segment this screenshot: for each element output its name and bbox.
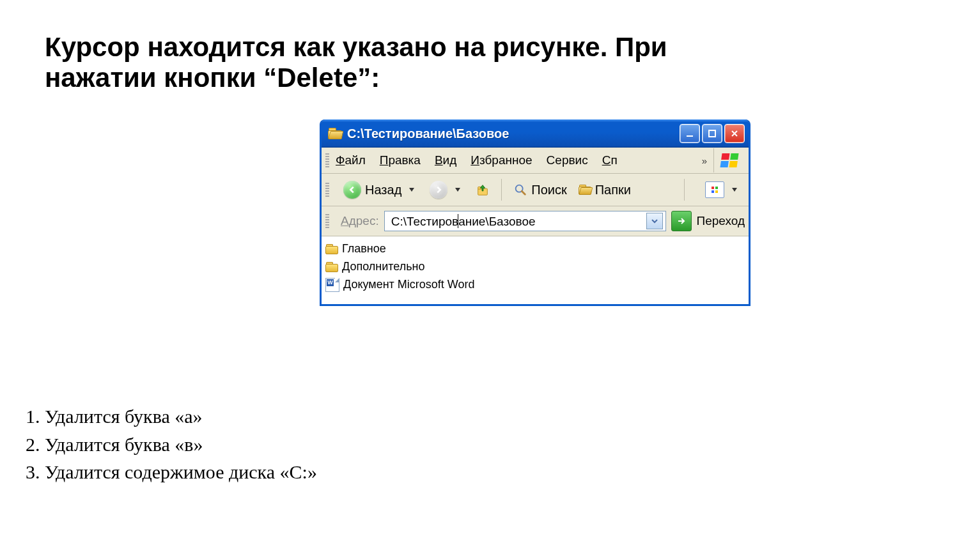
folder-content[interactable]: Главное Дополнительно Документ Microsoft… [322, 236, 749, 304]
item-name: Главное [342, 240, 386, 258]
list-item[interactable]: Главное [325, 240, 745, 258]
forward-arrow-icon [430, 181, 447, 199]
up-one-level-button[interactable] [472, 180, 494, 199]
search-label: Поиск [531, 183, 566, 197]
menu-edit[interactable]: Правка [380, 153, 421, 167]
back-button[interactable]: Назад [339, 178, 422, 201]
word-document-icon [325, 278, 339, 292]
folder-icon [325, 262, 338, 272]
windows-flag-icon [713, 148, 745, 172]
go-button[interactable] [671, 211, 692, 231]
back-arrow-icon [343, 181, 361, 199]
item-name: Документ Microsoft Word [343, 276, 475, 294]
menu-tools[interactable]: Сервис [547, 153, 588, 167]
address-input[interactable]: С:\Тестирование\Базовое [384, 211, 666, 231]
toolbar-separator [501, 179, 502, 201]
back-label: Назад [365, 183, 401, 197]
explorer-window: C:\Тестирование\Базовое Файл Правка Вид … [320, 119, 751, 306]
forward-button[interactable] [426, 178, 468, 201]
toolbar-grip-icon[interactable] [325, 183, 329, 197]
maximize-button[interactable] [702, 124, 722, 143]
close-button[interactable] [724, 124, 745, 143]
titlebar[interactable]: C:\Тестирование\Базовое [322, 119, 749, 148]
window-title: C:\Тестирование\Базовое [347, 126, 680, 141]
views-icon [705, 181, 724, 198]
folders-label: Папки [595, 183, 631, 197]
folders-button[interactable]: Папки [575, 180, 635, 200]
list-item[interactable]: Дополнительно [325, 258, 745, 276]
folder-icon [325, 244, 338, 254]
dropdown-arrow-icon[interactable] [409, 188, 414, 192]
toolbar-grip-icon[interactable] [325, 214, 329, 228]
answer-option: 1. Удалится буква «а» [26, 402, 317, 431]
go-label: Переход [697, 214, 745, 228]
item-name: Дополнительно [342, 258, 425, 276]
menu-favorites[interactable]: Избранное [471, 153, 532, 167]
toolbar-separator [684, 179, 685, 201]
address-text: С:\Тестирование\Базовое [391, 214, 536, 229]
views-button[interactable] [692, 179, 745, 201]
question-heading: Курсор находится как указано на рисунке.… [45, 32, 748, 94]
address-bar: Адрес: С:\Тестирование\Базовое Переход [322, 206, 749, 236]
answer-option: 2. Удалится буква «в» [26, 431, 317, 459]
answer-option: 3. Удалится содержимое диска «С:» [26, 458, 317, 486]
svg-rect-0 [687, 135, 693, 137]
address-label: Адрес: [341, 214, 379, 228]
folder-open-icon [579, 185, 591, 195]
list-item[interactable]: Документ Microsoft Word [325, 276, 745, 294]
address-dropdown-button[interactable] [646, 213, 663, 229]
toolbar-grip-icon[interactable] [325, 153, 329, 167]
folder-open-icon [328, 128, 342, 139]
minimize-button[interactable] [680, 124, 700, 143]
dropdown-arrow-icon[interactable] [455, 188, 460, 192]
toolbar: Назад Поиск [322, 174, 749, 206]
menu-view[interactable]: Вид [435, 153, 456, 167]
answer-list: 1. Удалится буква «а» 2. Удалится буква … [26, 402, 317, 486]
menu-help-truncated[interactable]: Сп [602, 153, 618, 167]
menu-file[interactable]: Файл [336, 153, 366, 167]
dropdown-arrow-icon[interactable] [732, 188, 737, 192]
menu-bar: Файл Правка Вид Избранное Сервис Сп » [322, 148, 749, 174]
menu-overflow-button[interactable]: » [702, 155, 713, 166]
search-button[interactable]: Поиск [509, 180, 570, 200]
svg-rect-1 [709, 130, 715, 137]
